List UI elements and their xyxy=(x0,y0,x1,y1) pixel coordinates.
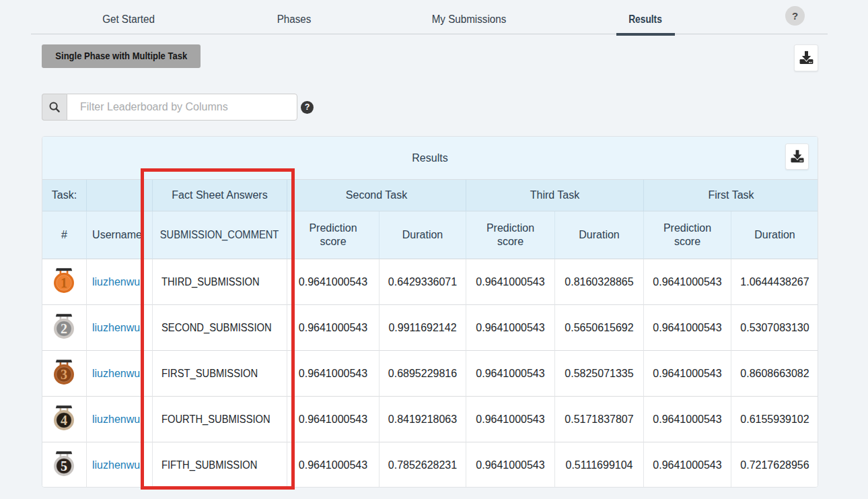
svg-text:5: 5 xyxy=(61,459,67,473)
svg-text:1: 1 xyxy=(61,275,67,290)
svg-text:3: 3 xyxy=(61,367,67,382)
svg-text:4: 4 xyxy=(61,413,67,428)
svg-text:2: 2 xyxy=(61,321,67,336)
